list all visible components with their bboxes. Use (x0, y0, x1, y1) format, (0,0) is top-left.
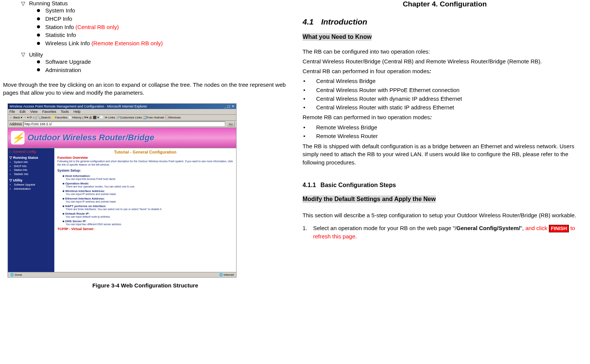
paragraph: This section will describe a 5-step conf… (303, 211, 587, 220)
setup-item: ■ Host Information:You can input this Ac… (63, 174, 233, 180)
list-item: •Remote Wireless Router (303, 132, 587, 140)
paragraph: Remote RB can performed in two operation… (303, 113, 587, 121)
menu-item[interactable]: Tools (61, 110, 69, 114)
setup-item-title: ■ DNS Server IP: (63, 220, 87, 223)
setup-item-desc: You can input IP address and subnet mask… (66, 193, 233, 195)
sidebar-item[interactable]: Administration (14, 187, 53, 191)
sidebar-item[interactable]: Statistic Info (14, 172, 53, 177)
tree-item: Station Info(Central RB only) (37, 23, 287, 31)
bullet-list: •Central Wireless Bridge •Central Wirele… (303, 77, 587, 112)
sidebar-item[interactable]: Software Upgrade (14, 183, 53, 187)
setup-item-title: ■ Wireless Interface Address: (63, 189, 105, 193)
bullet-icon (37, 68, 40, 71)
setup-item-desc: You can input two different DNS server a… (66, 223, 233, 226)
list-item: •Central Wireless Router with PPPoE Ethe… (303, 86, 587, 94)
menu-item[interactable]: Favorites (42, 110, 56, 114)
tree-item-label: System Info (45, 6, 75, 15)
tree-item: Statistic Info (37, 31, 287, 39)
address-bar: Address Go (8, 121, 236, 128)
step-number: 1. (303, 224, 313, 240)
menu-item[interactable]: View (30, 110, 37, 114)
status-done: 🌐 Done (10, 273, 22, 276)
tree-group-utility: ▽ Utility Software Upgrade Administratio… (3, 51, 287, 74)
setup-item-title: ■ Operation Mode: (63, 182, 89, 185)
menu-item[interactable]: Edit (20, 110, 26, 114)
virtual-server-title: TCP/IP - Virtual Server: (57, 227, 233, 231)
section-number: 4.1 (303, 17, 313, 26)
setup-item: ■ Wireless Interface Address:You can inp… (63, 189, 233, 195)
function-overview-title: Function Overview (57, 156, 233, 160)
tree-header-label: Running Status (29, 0, 68, 6)
tutorial-title: Tutorial - General Configuration (57, 150, 233, 154)
browser-statusbar: 🌐 Done 🌐 Internet (8, 272, 236, 277)
bullet-icon (37, 25, 40, 28)
tree-item-label: Statistic Info (45, 31, 76, 39)
paragraph: The RB can be configured into two operat… (303, 48, 587, 56)
sidebar-general-config[interactable]: ▷ General Config (9, 150, 53, 154)
browser-toolbar: ← Back ▾ → ▾ ⟳ ⌂ | 🔍Search ⭐Favorites 🕒H… (8, 115, 236, 121)
tree-item: Wireless Link Info(Remote Extension RB o… (37, 39, 287, 48)
setup-item: ■ Operation Mode:There are four operatio… (63, 181, 233, 188)
section-title: Introduction (321, 17, 367, 26)
bullet-icon (37, 60, 40, 63)
triangle-icon: ▽ (21, 51, 25, 57)
tree-header: ▽ Running Status (21, 0, 287, 6)
paragraph: The RB is shipped with default configura… (303, 142, 587, 167)
setup-item: ■ DNS Server IP:You can input two differ… (63, 219, 233, 226)
tree-group-running-status: ▽ Running Status System Info DHCP Info S… (3, 0, 287, 48)
setup-item: ■ Default Route IP:You can input default… (63, 212, 233, 218)
tree-item-note: (Remote Extension RB only) (91, 39, 163, 48)
list-item: •Central Wireless Router with dynamic IP… (303, 94, 587, 103)
window-titlebar: Wireless Access Point Remote Management … (8, 104, 236, 109)
tree-item-label: DHCP Info (45, 15, 72, 23)
section-heading: 4.1Introduction (303, 17, 587, 26)
function-overview-text: Following list is the general configurat… (57, 160, 233, 166)
tree-header-label: Utility (29, 51, 43, 58)
list-item: •Central Wireless Router with static IP … (303, 103, 587, 112)
bullet-icon: • (303, 77, 316, 85)
sidebar-section[interactable]: ▽ Utility (9, 178, 53, 182)
setup-item-title: ■ Default Route IP: (63, 212, 90, 215)
bullet-icon: • (303, 132, 316, 140)
menu-item[interactable]: File (9, 110, 15, 114)
bullet-icon: • (303, 123, 316, 132)
finish-button: FINISH (549, 225, 569, 232)
tree-item-label: Station Info (45, 23, 74, 31)
setup-item: ■ Ethernet Interface Address:You can inp… (63, 197, 233, 203)
sidebar-section[interactable]: ▽ Running Status (9, 156, 53, 160)
browser-menubar: File Edit View Favorites Tools Help (8, 109, 236, 115)
setup-item-desc: There are four operation modes. You can … (66, 185, 233, 188)
bullet-list: •Remote Wireless Bridge •Remote Wireless… (303, 123, 587, 141)
menu-item[interactable]: Help (74, 110, 81, 114)
bullet-icon: • (303, 103, 316, 112)
page-banner: ⚡ Outdoor Wireless Router/Bridge (8, 128, 236, 148)
banner-title: Outdoor Wireless Router/Bridge (28, 133, 154, 143)
nav-sidebar: ▷ General Config ▽ Running Status System… (8, 148, 54, 273)
go-button[interactable]: Go (227, 122, 235, 126)
list-item: •Remote Wireless Bridge (303, 123, 587, 132)
tree-item: DHCP Info (37, 15, 287, 23)
subsection-number: 4.1.1 (303, 182, 316, 189)
sidebar-item[interactable]: System Info (14, 160, 53, 164)
bullet-icon: • (303, 94, 316, 103)
setup-item-desc: You can input this Access Point host nam… (66, 178, 233, 180)
system-setup-title: System Setup: (57, 169, 233, 172)
figure-caption: Figure 3-4 Web Configuration Structure (3, 282, 287, 289)
sidebar-item[interactable]: DHCP Info (14, 164, 53, 169)
setup-item-title: ■ Ethernet Interface Address: (63, 197, 105, 200)
step-item: 1. Select an operation mode for your RB … (303, 224, 587, 240)
list-item: •Central Wireless Bridge (303, 77, 587, 85)
setup-item-desc: There are three interfaces. You can sele… (66, 208, 233, 210)
window-controls-icon: _ ▢ ✕ (224, 104, 235, 108)
sidebar-item[interactable]: Station Info (14, 168, 53, 172)
status-zone: 🌐 Internet (219, 273, 234, 276)
config-path: General Config/System/ (456, 225, 520, 231)
address-input[interactable] (23, 121, 225, 127)
subsection-heading: 4.1.1Basic Configuration Steps (303, 182, 587, 189)
subheading: What you Need to Know (303, 33, 372, 41)
setup-item-title: ■ NAPT performs on Interface: (63, 204, 106, 208)
setup-item: ■ NAPT performs on Interface:There are t… (63, 204, 233, 210)
paragraph: Central Wireless Router/Bridge (Central … (303, 57, 587, 66)
subsection-title: Basic Configuration Steps (321, 182, 396, 188)
browser-screenshot: Wireless Access Point Remote Management … (8, 103, 237, 278)
